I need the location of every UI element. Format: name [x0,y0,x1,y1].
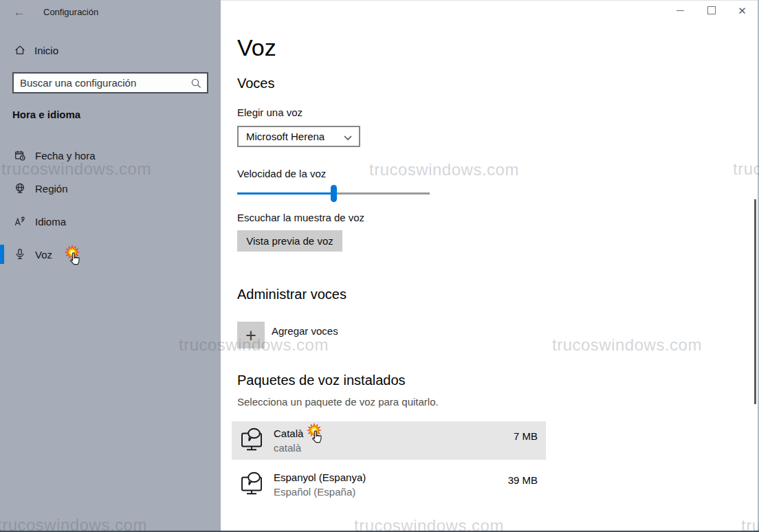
chevron-down-icon [344,135,352,141]
microphone-icon [14,248,26,261]
package-size: 39 MB [508,474,538,486]
voices-heading: Voces [237,76,274,91]
voice-dropdown-value: Microsoft Herena [239,131,324,142]
sidebar-item-label: Idioma [35,216,66,228]
hand-cursor-icon [68,252,81,266]
packages-subtitle: Selecciona un paquete de voz para quitar… [237,396,439,408]
sidebar-item-label: Voz [35,249,52,261]
minimize-button[interactable] [665,0,696,21]
maximize-button[interactable] [696,0,727,21]
voice-package-icon [238,471,265,498]
sidebar-item-idioma[interactable]: Idioma [0,205,221,238]
installed-packages-heading: Paquetes de voz instalados [237,373,406,388]
voice-dropdown[interactable]: Microsoft Herena [237,126,360,147]
close-button[interactable]: ✕ [727,0,758,21]
voice-package-icon [238,427,265,454]
close-icon: ✕ [738,5,747,16]
search-input[interactable] [14,74,207,92]
package-size: 7 MB [514,430,538,442]
main-content: ✕ Voz Voces Elegir una voz Microsoft Her… [221,0,759,532]
voice-preview-button[interactable]: Vista previa de voz [237,230,342,252]
maximize-icon [707,6,716,14]
package-text: Català català [274,426,324,455]
voice-sample-label: Escuchar la muestra de voz [237,212,364,223]
package-subname: Español (España) [274,485,366,499]
package-row-catala[interactable]: Català català 7 MB [232,421,546,460]
choose-voice-label: Elegir una voz [237,107,302,118]
sidebar-item-region[interactable]: Región [0,172,221,205]
minimize-icon [676,10,684,11]
slider-thumb[interactable] [331,185,337,202]
calendar-clock-icon [14,149,26,162]
sidebar-item-fecha-y-hora[interactable]: Fecha y hora [0,139,221,172]
window-controls: ✕ [665,0,758,21]
sidebar: ← Configuración Inicio Hora e idioma [0,0,221,532]
click-burst-cursor [63,246,82,263]
package-row-espanyol[interactable]: Espanyol (Espanya) Español (España) 39 M… [232,465,546,504]
hand-cursor-icon [310,430,323,444]
search-box [12,72,208,93]
home-icon [14,44,26,56]
click-burst-cursor [305,424,324,441]
package-text: Espanyol (Espanya) Español (España) [274,470,366,499]
search-icon [190,78,202,89]
sidebar-item-voz[interactable]: Voz [0,238,221,271]
sidebar-item-label: Región [35,183,68,195]
voice-package-list: Català català 7 MB [232,421,546,504]
voice-speed-slider[interactable] [237,185,430,203]
vertical-scrollbar-thumb[interactable] [754,199,756,404]
add-voices-label[interactable]: Agregar voces [272,325,338,337]
sidebar-section-heading: Hora e idioma [12,109,80,120]
slider-fill [237,192,333,195]
back-button[interactable]: ← [9,4,30,21]
manage-voices-heading: Administrar voces [237,287,346,302]
home-label: Inicio [34,45,58,56]
package-name: Espanyol (Espanya) [274,470,366,485]
voice-speed-label: Velocidad de la voz [237,168,326,179]
app-title: Configuración [43,7,98,17]
desk-globe-icon [14,182,26,195]
sidebar-item-home[interactable]: Inicio [0,40,221,60]
page-title: Voz [237,34,276,61]
sidebar-item-label: Fecha y hora [35,150,96,162]
language-icon [14,215,26,228]
titlebar: ← Configuración [0,0,221,27]
add-voices-button[interactable]: + [237,322,265,348]
package-name: Català [274,426,303,441]
settings-window: ← Configuración Inicio Hora e idioma [0,0,759,532]
sidebar-nav: Fecha y hora Región Idioma [0,139,221,271]
